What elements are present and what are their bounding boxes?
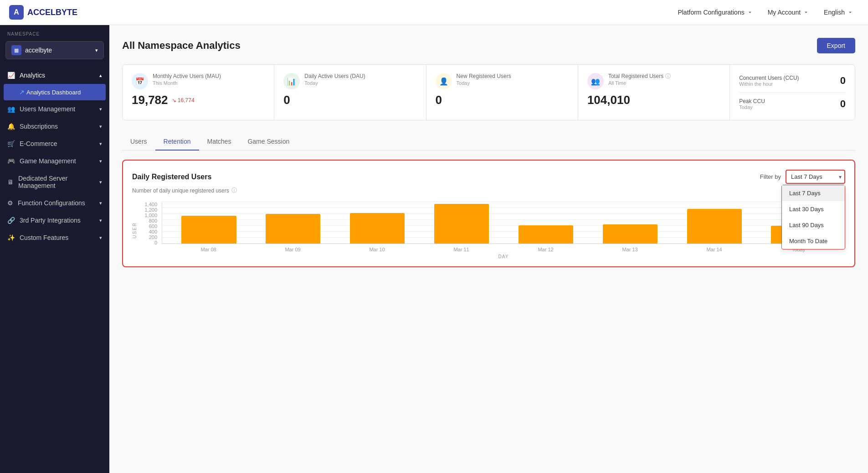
tabs-row: Users Retention Matches Game Session [122,133,855,151]
sidebar-item-game-management[interactable]: 🎮 Game Management ▾ [0,152,109,170]
export-button[interactable]: Export [817,38,855,53]
chart-title: Daily Registered Users [132,173,211,181]
sidebar-item-analytics-dashboard[interactable]: ↗ Analytics Dashboard [4,84,106,100]
tab-retention[interactable]: Retention [155,133,199,151]
tab-users[interactable]: Users [122,133,155,151]
mau-icon: 📅 [132,73,148,89]
main-content: All Namespace Analytics Export 📅 Monthly… [109,25,868,473]
y-label-1400: 1,400 [139,202,157,207]
stat-card-new-registered: 👤 New Registered Users Today 0 [426,65,578,120]
stats-row: 📅 Monthly Active Users (MAU) This Month … [122,64,855,120]
chevron-down-icon: ▾ [99,141,102,147]
ccu-peak-value: 0 [840,98,846,110]
sidebar-item-ecommerce[interactable]: 🛒 E-Commerce ▾ [0,135,109,152]
bar-mar-11[interactable] [434,204,489,244]
dau-labels: Daily Active Users (DAU) Today [304,73,365,86]
chart-info-icon: ⓘ [231,187,237,194]
chart-header: Daily Registered Users Filter by Last 7 … [132,170,845,184]
subscriptions-icon: 🔔 [7,123,15,130]
my-account-button[interactable]: My Account [762,6,815,19]
bar-mar-14[interactable] [687,209,742,244]
bar-mar-09[interactable] [266,214,320,244]
y-label-800: 800 [139,218,157,224]
stat-card-total-reg-header: 👥 Total Registered Users ⓘ All Time [587,73,720,89]
dropdown-item-last7[interactable]: Last 7 Days [782,185,845,201]
bar-chart: USER 0 200 400 600 800 1,000 1,200 1,400 [132,202,845,259]
stat-card-total-registered: 👥 Total Registered Users ⓘ All Time 104,… [578,65,730,120]
filter-select[interactable]: Last 7 Days Last 30 Days Last 90 Days Mo… [786,170,845,184]
body-layout: NAMESPACE ▦ accelbyte ▾ 📈 Analytics ▴ ↗ … [0,25,868,473]
dropdown-item-last30[interactable]: Last 30 Days [782,201,845,217]
subs-left: 🔔 Subscriptions [7,123,58,130]
mau-value-row: 19,782 ↘ 16,774 [132,93,265,107]
namespace-label: NAMESPACE [0,25,109,41]
namespace-selector[interactable]: ▦ accelbyte ▾ [5,41,104,59]
server-left: 🖥 Dedicated Server Management [7,175,99,189]
sidebar-item-users-management[interactable]: 👥 Users Management ▾ [0,100,109,118]
new-reg-sublabel: Today [457,80,511,86]
chart-section: Daily Registered Users Filter by Last 7 … [122,160,855,267]
chevron-down-icon: ▾ [99,235,102,241]
chevron-down-icon: ▾ [99,179,102,185]
game-mgmt-left: 🎮 Game Management [7,157,76,165]
server-icon: 🖥 [7,178,14,186]
chevron-down-icon [847,9,853,16]
y-label-400: 400 [139,229,157,234]
stat-card-mau: 📅 Monthly Active Users (MAU) This Month … [123,65,274,120]
tab-game-session[interactable]: Game Session [239,133,298,151]
bar-mar-10[interactable] [350,213,405,244]
x-labels-row: Mar 08Mar 09Mar 10Mar 11Mar 12Mar 13Mar … [162,247,845,252]
stat-card-ccu: Concurrent Users (CCU) Within the hour 0… [730,65,855,120]
chevron-up-icon: ▴ [99,73,102,78]
x-label-6: Mar 14 [672,247,756,252]
bar-mar-08[interactable] [181,216,236,244]
sidebar-item-analytics[interactable]: 📈 Analytics ▴ [0,67,109,84]
tab-matches[interactable]: Matches [199,133,240,151]
dau-sublabel: Today [304,80,365,86]
x-label-2: Mar 10 [335,247,419,252]
bar-mar-13[interactable] [603,224,657,244]
ccu-concurrent-value: 0 [840,75,846,87]
sidebar-item-custom-features[interactable]: ✨ Custom Features ▾ [0,229,109,246]
bar-mar-12[interactable] [519,225,573,244]
y-axis-title: USER [132,222,137,239]
mau-labels: Monthly Active Users (MAU) This Month [153,73,221,86]
stat-card-dau-header: 📊 Daily Active Users (DAU) Today [283,73,416,89]
language-button[interactable]: English [818,6,859,19]
analytics-left: 📈 Analytics [7,72,45,79]
ccu-concurrent-labels: Concurrent Users (CCU) Within the hour [739,75,799,87]
new-reg-label: New Registered Users [457,73,511,80]
app-logo[interactable]: A ACCELBYTE [9,5,77,20]
ccu-peak-sublabel: Today [739,104,765,110]
dropdown-item-last90[interactable]: Last 90 Days [782,217,845,233]
filter-row: Filter by Last 7 Days Last 30 Days Last … [760,170,845,184]
users-icon: 👥 [7,105,15,113]
chevron-down-icon [803,9,809,16]
dropdown-item-mtd[interactable]: Month To Date [782,233,845,249]
ccu-concurrent-label: Concurrent Users (CCU) [739,75,799,81]
top-navigation: A ACCELBYTE Platform Configurations My A… [0,0,868,25]
chevron-down-icon: ▾ [99,200,102,206]
total-reg-icon: 👥 [587,73,604,89]
analytics-icon: 📈 [7,72,15,79]
page-header: All Namespace Analytics Export [122,38,855,53]
ccu-divider [739,92,846,93]
y-axis: 0 200 400 600 800 1,000 1,200 1,400 [139,202,162,259]
chart-subtitle: Number of daily unique registered users … [132,187,845,194]
namespace-left: ▦ accelbyte [11,45,52,55]
total-reg-labels: Total Registered Users ⓘ All Time [608,73,671,86]
bar-group [167,202,251,244]
y-label-1200: 1,200 [139,207,157,213]
sidebar-item-function-configs[interactable]: ⚙ Function Configurations ▾ [0,194,109,212]
dau-icon: 📊 [283,73,300,89]
sidebar-label-custom-features: Custom Features [20,234,68,241]
custom-icon: ✨ [7,234,15,241]
sidebar-label-analytics-dashboard: Analytics Dashboard [26,89,81,96]
game-icon: 🎮 [7,157,15,165]
sidebar-item-dedicated-server[interactable]: 🖥 Dedicated Server Management ▾ [0,170,109,194]
sidebar-item-subscriptions[interactable]: 🔔 Subscriptions ▾ [0,118,109,135]
sidebar-label-3rd-party: 3rd Party Integrations [20,217,81,224]
sidebar-item-3rd-party[interactable]: 🔗 3rd Party Integrations ▾ [0,212,109,229]
platform-config-button[interactable]: Platform Configurations [672,6,758,19]
platform-config-label: Platform Configurations [678,9,744,16]
